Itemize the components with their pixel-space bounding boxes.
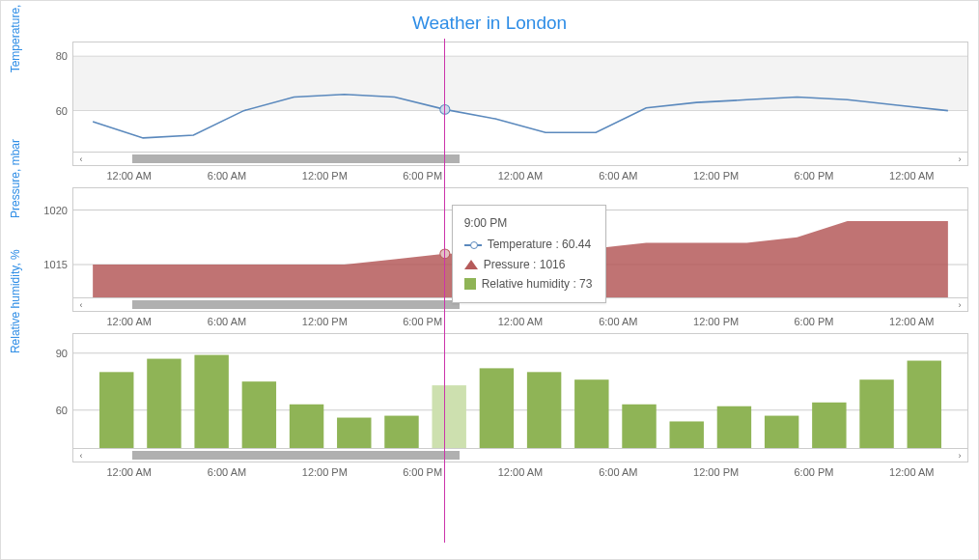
scroll-left-icon[interactable]: ‹ [73,298,89,311]
scroll-thumb[interactable] [132,154,461,163]
scroll-left-icon[interactable]: ‹ [73,153,89,165]
svg-rect-0 [73,56,967,111]
line-swatch-icon [464,244,482,246]
scroll-right-icon[interactable]: › [952,449,967,462]
temperature-ylabel: Temperature, F [9,0,22,72]
scroll-right-icon[interactable]: › [952,298,967,311]
scroll-thumb[interactable] [132,300,461,309]
humidity-scrollbar[interactable]: ‹ › [72,449,968,462]
svg-rect-17 [194,355,228,448]
tooltip-label: Relative humidity : 73 [482,274,593,294]
svg-rect-25 [574,379,608,448]
svg-text:60: 60 [56,105,68,117]
svg-rect-22 [432,385,465,448]
tooltip-row-humidity: Relative humidity : 73 [464,274,593,294]
svg-point-10 [440,249,450,259]
svg-rect-21 [384,416,418,448]
scroll-track[interactable] [89,154,952,163]
svg-rect-30 [812,403,846,448]
svg-rect-26 [622,405,656,448]
tooltip-row-pressure: Pressure : 1016 [464,255,593,274]
humidity-plot[interactable]: 9060 [72,333,968,449]
svg-rect-18 [242,381,276,448]
temperature-plot[interactable]: 8060 [72,42,968,153]
svg-rect-23 [480,368,514,448]
humidity-ylabel: Relative humidity, % [9,249,22,353]
svg-rect-20 [337,418,371,448]
crosshair-tooltip: 9:00 PM Temperature : 60.44 Pressure : 1… [452,205,607,303]
svg-rect-28 [717,406,751,448]
svg-text:80: 80 [56,50,68,62]
svg-rect-32 [908,361,941,448]
svg-text:1015: 1015 [43,259,68,270]
humidity-xticks: 12:00 AM6:00 AM12:00 PM6:00 PM12:00 AM6:… [72,462,968,478]
tooltip-label: Pressure : 1016 [484,255,566,274]
svg-text:1020: 1020 [43,205,68,216]
pressure-xticks: 12:00 AM6:00 AM12:00 PM6:00 PM12:00 AM6:… [72,312,968,327]
svg-rect-29 [765,416,798,448]
tooltip-time: 9:00 PM [464,213,593,233]
svg-rect-15 [99,372,133,448]
pressure-ylabel: Pressure, mbar [9,138,22,217]
svg-point-5 [440,104,450,114]
scroll-thumb[interactable] [132,451,461,460]
chart-title: Weather in London [11,13,968,34]
svg-text:60: 60 [56,405,68,416]
temperature-chart: Temperature, F 8060 ‹ › 12:00 AM6:00 AM1… [11,42,968,182]
svg-rect-19 [290,405,323,448]
temperature-xticks: 12:00 AM6:00 AM12:00 PM6:00 PM12:00 AM6:… [72,166,968,182]
tooltip-label: Temperature : 60.44 [488,235,591,254]
bar-swatch-icon [464,278,476,290]
humidity-chart: Relative humidity, % 9060 ‹ › 12:00 AM6:… [11,333,968,478]
scroll-left-icon[interactable]: ‹ [73,449,89,462]
svg-text:90: 90 [56,348,68,359]
scroll-right-icon[interactable]: › [952,153,967,165]
scroll-track[interactable] [89,451,952,460]
area-swatch-icon [464,260,478,269]
tooltip-row-temperature: Temperature : 60.44 [464,235,593,254]
svg-rect-31 [859,379,893,448]
svg-rect-24 [527,372,561,448]
temperature-scrollbar[interactable]: ‹ › [72,153,968,166]
svg-rect-27 [670,421,704,448]
svg-rect-16 [147,359,181,448]
